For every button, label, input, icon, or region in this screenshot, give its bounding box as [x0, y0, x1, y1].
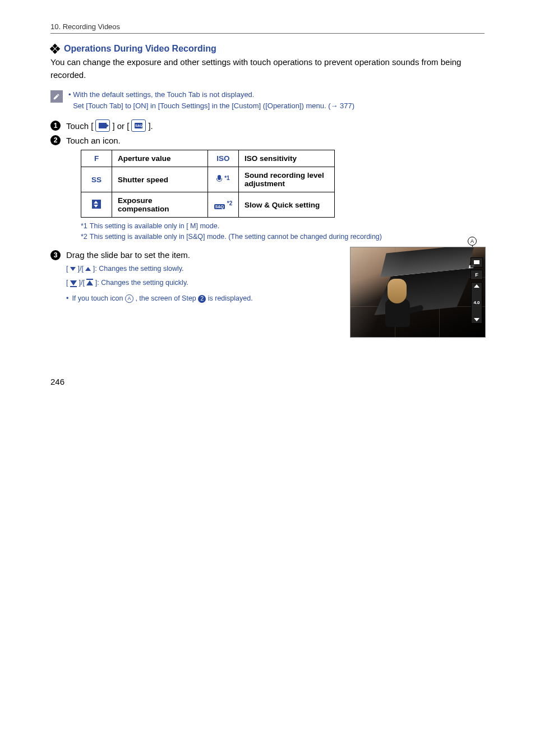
step-1-badge: 1	[50, 121, 61, 131]
exposure-comp-icon-cell	[81, 192, 112, 218]
triangle-up-large-icon	[86, 280, 93, 285]
iso-label: ISO sensitivity	[239, 150, 335, 167]
person-graphic	[380, 279, 413, 330]
page-link-377[interactable]: 377	[340, 102, 352, 110]
sq-chip-icon: S&Q	[214, 204, 225, 209]
touch-a: If you touch icon	[72, 294, 125, 302]
quick-a: [	[66, 279, 68, 287]
triangle-up-small-icon	[85, 267, 91, 271]
footnote-2-key: *2	[81, 232, 87, 242]
quick-b: ]/[	[79, 279, 84, 287]
slow-a: [	[66, 265, 68, 273]
microphone-icon	[216, 175, 222, 183]
exposure-comp-label: Exposure compensation	[112, 192, 208, 218]
table-row: SS Shutter speed *1 Sound recording leve…	[81, 167, 335, 192]
mic-cell: *1	[208, 167, 239, 192]
note-line2b: )	[352, 102, 354, 110]
table-row: F Aperture value ISO ISO sensitivity	[81, 150, 335, 167]
step-2-badge: 2	[50, 135, 61, 145]
step3-text: Drag the slide bar to set the item.	[66, 250, 190, 260]
chapter-header: 10. Recording Videos	[50, 22, 485, 34]
intro-text: You can change the exposure and other se…	[50, 56, 485, 81]
footnote-2-text: This setting is available only in [S&Q] …	[90, 232, 382, 242]
touch-b: , the screen of Step	[135, 294, 198, 302]
slider-up-icon[interactable]	[474, 284, 479, 288]
table-row: Exposure compensation S&Q *2 Slow & Quic…	[81, 192, 335, 218]
aperture-icon: F	[81, 150, 112, 167]
note-arrow: →	[330, 102, 338, 110]
slider-down-icon[interactable]	[474, 318, 479, 321]
step1-c: ].	[148, 121, 153, 131]
step1-a: Touch [	[66, 121, 93, 131]
footnote-ref-1: *1	[224, 175, 229, 181]
touch-c: is redisplayed.	[208, 294, 253, 302]
section-title: Operations During Video Recording	[64, 44, 216, 54]
panel-slider[interactable]: 4.0	[471, 282, 482, 324]
page-number: 246	[50, 377, 485, 386]
note-bullet: •	[68, 90, 71, 99]
note-line1: With the default settings, the Touch Tab…	[73, 90, 254, 99]
triangle-down-large-icon	[70, 280, 77, 285]
touch-bullet: •	[66, 293, 68, 304]
step1-b: ] or [	[112, 121, 129, 131]
panel-f-icon[interactable]: F	[471, 270, 483, 280]
marker-a-inline-icon: A	[125, 294, 133, 303]
triangle-down-small-icon	[70, 267, 76, 271]
shutter-label: Shutter speed	[112, 167, 208, 192]
sq-tab-icon: S&Q	[131, 119, 146, 132]
aperture-label: Aperture value	[112, 150, 208, 167]
parameters-table: F Aperture value ISO ISO sensitivity SS …	[81, 150, 335, 218]
pencil-note-icon	[50, 90, 63, 103]
sq-cell: S&Q *2	[208, 192, 239, 218]
screen-illustration: A F 4.0	[350, 247, 485, 338]
video-tab-icon	[95, 119, 110, 132]
inline-step-2-icon: 2	[198, 295, 206, 303]
exposure-comp-icon	[92, 200, 101, 209]
footnote-1-text: This setting is available only in [ M] m…	[90, 221, 219, 232]
touch-side-panel: F 4.0	[471, 257, 483, 324]
iso-icon: ISO	[208, 150, 239, 167]
slow-c: ]: Changes the setting slowly.	[93, 265, 184, 273]
footnote-1-key: *1	[81, 221, 87, 232]
slow-quick-label: Slow & Quick setting	[239, 192, 335, 218]
sound-level-label: Sound recording level adjustment	[239, 167, 335, 192]
section-ornament-icon	[50, 44, 59, 53]
shutter-icon: SS	[81, 167, 112, 192]
quick-c: ]: Changes the setting quickly.	[95, 279, 188, 287]
panel-video-icon[interactable]	[471, 257, 483, 268]
slider-value: 4.0	[473, 300, 479, 305]
note-block: • With the default settings, the Touch T…	[50, 89, 485, 112]
note-line2a: Set [Touch Tab] to [ON] in [Touch Settin…	[73, 102, 330, 110]
footnote-ref-2: *2	[227, 200, 232, 206]
step-3-badge: 3	[50, 250, 61, 260]
step2-text: Touch an icon.	[66, 136, 121, 145]
marker-a-circle-icon: A	[468, 237, 477, 246]
slow-b: ]/[	[77, 265, 83, 273]
